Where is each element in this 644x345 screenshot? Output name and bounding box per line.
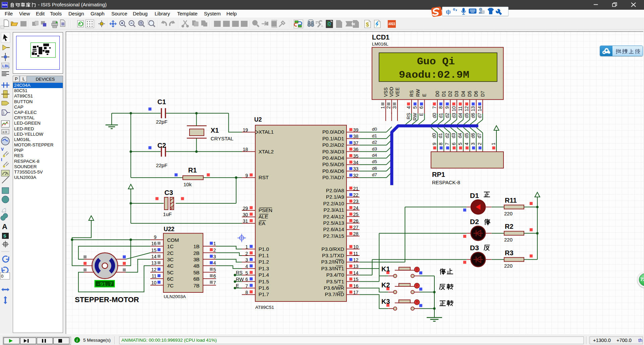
svg-text:1uF: 1uF (163, 211, 172, 217)
svg-text:XTAL2: XTAL2 (259, 149, 274, 154)
svg-text:32: 32 (353, 173, 359, 178)
svg-text:4B: 4B (193, 263, 200, 269)
svg-text:P3.6/WR: P3.6/WR (324, 285, 344, 291)
svg-text:1: 1 (380, 106, 385, 109)
svg-text:10k: 10k (183, 182, 192, 187)
svg-text:-91.7: -91.7 (97, 281, 113, 287)
svg-text:14: 14 (151, 254, 157, 259)
svg-text:8: 8 (246, 290, 248, 295)
svg-text:3B: 3B (193, 257, 200, 262)
svg-text:CRYSTAL: CRYSTAL (211, 136, 233, 141)
svg-text:PSEN: PSEN (259, 207, 272, 213)
svg-text:d7: d7 (477, 133, 482, 138)
svg-text:7: 7 (444, 142, 450, 145)
svg-text:3: 3 (213, 254, 216, 259)
svg-text:P0.1/AD1: P0.1/AD1 (322, 136, 344, 141)
svg-text:D1: D1 (470, 192, 479, 199)
svg-text:LM016L: LM016L (372, 42, 388, 47)
svg-text:220: 220 (504, 263, 513, 269)
svg-text:K1: K1 (381, 265, 390, 273)
svg-text:RW: RW (236, 277, 244, 282)
svg-text:1C: 1C (167, 244, 173, 249)
svg-text:12: 12 (151, 267, 157, 272)
svg-text:P1.4: P1.4 (259, 272, 269, 278)
svg-text:RP1: RP1 (432, 171, 445, 178)
svg-text:5B: 5B (193, 270, 200, 275)
svg-text:P1.0: P1.0 (259, 246, 269, 252)
svg-text:2C: 2C (167, 250, 173, 256)
svg-text:d4: d4 (372, 153, 377, 158)
svg-text:D3: D3 (454, 91, 459, 97)
svg-text:D2: D2 (470, 218, 479, 225)
svg-text:VSS: VSS (383, 87, 388, 97)
svg-text:EA: EA (259, 220, 266, 226)
svg-text:ANIMATING: 00:00:10.996932 (CP: ANIMATING: 00:00:10.996932 (CPU load 41%… (121, 338, 217, 343)
svg-text:5 Message(s): 5 Message(s) (83, 338, 111, 343)
svg-text:6: 6 (213, 273, 216, 279)
svg-text:d2: d2 (444, 113, 450, 118)
svg-text:d6: d6 (372, 166, 377, 171)
svg-text:d7: d7 (372, 172, 377, 177)
svg-text:+700.0: +700.0 (616, 338, 632, 343)
svg-text:E: E (236, 283, 239, 288)
svg-text:2B: 2B (193, 250, 200, 256)
svg-text:2: 2 (246, 251, 248, 256)
svg-text:9: 9 (154, 234, 157, 240)
svg-text:P1.2: P1.2 (259, 259, 269, 265)
svg-text:25: 25 (353, 212, 359, 217)
svg-text:K2: K2 (381, 281, 390, 289)
svg-text:d5: d5 (372, 159, 377, 164)
svg-text:27: 27 (353, 225, 359, 230)
svg-text:6C: 6C (167, 276, 173, 282)
svg-text:3: 3 (246, 257, 248, 263)
svg-text:21: 21 (353, 186, 359, 191)
svg-text:LCD1: LCD1 (372, 33, 389, 41)
svg-text:D4: D4 (461, 91, 466, 97)
svg-text:COM: COM (167, 237, 179, 243)
svg-text:D1: D1 (441, 91, 446, 97)
svg-text:10: 10 (451, 106, 457, 112)
svg-text:P1.6: P1.6 (259, 285, 269, 291)
svg-text:C3: C3 (164, 189, 173, 196)
svg-text:5: 5 (458, 142, 463, 145)
svg-text:e.9: e.9 (3, 130, 7, 134)
svg-text:VDD: VDD (389, 87, 394, 97)
svg-text:R11: R11 (505, 197, 517, 204)
svg-text:11: 11 (353, 251, 358, 256)
svg-text:33: 33 (353, 166, 359, 171)
svg-text:24: 24 (353, 205, 359, 211)
svg-text:RESPACK-8: RESPACK-8 (432, 180, 460, 185)
svg-text:39: 39 (353, 127, 359, 133)
svg-text:8: 8 (438, 106, 443, 109)
svg-text:P0.4/AD4: P0.4/AD4 (322, 155, 344, 161)
svg-text:7: 7 (432, 106, 437, 109)
svg-text:3: 3 (392, 106, 397, 109)
svg-text:22pF: 22pF (156, 162, 167, 168)
svg-text:d6: d6 (470, 133, 476, 138)
svg-text:2: 2 (213, 248, 216, 253)
svg-text:4C: 4C (167, 263, 173, 269)
svg-text:D6: D6 (473, 91, 479, 97)
svg-text:9: 9 (444, 106, 450, 109)
svg-text:4: 4 (464, 142, 469, 145)
svg-text:ALE: ALE (259, 214, 268, 219)
svg-text:D3: D3 (470, 244, 479, 252)
svg-text:6: 6 (451, 142, 457, 145)
svg-text:LBL: LBL (2, 64, 10, 68)
svg-text:Guo Qi: Guo Qi (417, 56, 455, 67)
svg-text:38: 38 (353, 134, 359, 139)
svg-text:STEPPER-MOTOR: STEPPER-MOTOR (75, 295, 139, 304)
svg-text:d5: d5 (464, 113, 469, 118)
svg-text:X1: X1 (211, 127, 219, 134)
svg-text:d4: d4 (458, 113, 463, 118)
svg-text:12: 12 (353, 257, 359, 263)
svg-text:C2: C2 (157, 142, 166, 149)
svg-text:9aodu:02.9M: 9aodu:02.9M (399, 70, 469, 81)
svg-text:P0.7/AD7: P0.7/AD7 (322, 175, 344, 180)
svg-text:35: 35 (353, 153, 359, 159)
svg-text:V: V (1, 147, 4, 152)
svg-text:d2: d2 (372, 140, 377, 145)
svg-text:d2: d2 (444, 133, 450, 138)
svg-text:d5: d5 (464, 133, 469, 138)
svg-text:P3.4/T0: P3.4/T0 (326, 272, 344, 278)
